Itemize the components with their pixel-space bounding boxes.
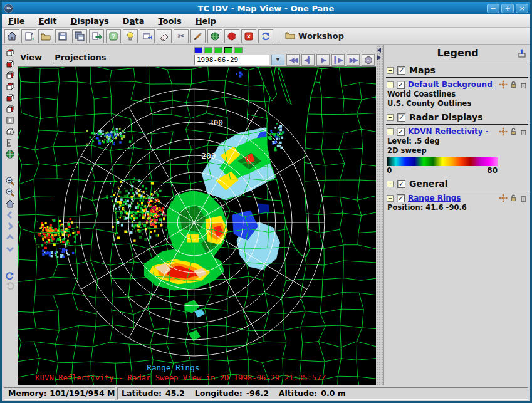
box-outline-button[interactable] [4,115,15,125]
menu-help[interactable]: Help [196,16,216,26]
menu-tools[interactable]: Tools [158,16,181,26]
workshop-favorites[interactable]: Workshop [285,30,344,42]
save-button[interactable] [55,29,70,43]
collapse-toggle[interactable] [387,128,394,135]
map-menu-view[interactable]: View [20,53,42,62]
play-button[interactable]: ▶ [316,54,330,66]
time-step-1[interactable] [204,47,212,53]
cube-bottom-button[interactable] [4,59,15,68]
reflectivity-colorbar[interactable] [387,157,498,166]
animation-properties-button[interactable]: • [362,54,375,66]
pan-down-button[interactable] [4,244,15,253]
cube-front-button[interactable] [4,93,15,102]
collapse-toggle[interactable] [387,67,394,74]
latitude-label: Latitude: [122,388,162,399]
visibility-checkbox[interactable] [397,113,405,122]
trash-icon[interactable] [519,194,528,202]
menu-data[interactable]: Data [123,16,145,26]
rotate-cube-button[interactable] [4,127,15,136]
menu-displays[interactable]: Displays [71,16,109,26]
legend-title: Legend [399,47,517,59]
display-link[interactable]: Default Background Maps [408,80,496,89]
home-button[interactable] [4,29,19,43]
collapse-toggle[interactable] [387,81,394,88]
time-step-3[interactable] [224,47,232,53]
move-icon[interactable] [499,194,508,202]
time-field[interactable]: 1998-06-29 21:35:57Z [194,55,269,65]
export-button[interactable] [89,29,104,43]
legend-item-default-background-maps: Default Background Maps [386,78,528,90]
window-controls: − + × [487,4,528,13]
cut-button[interactable]: ✂ [174,29,189,43]
pan-right-button[interactable] [4,221,15,231]
maximize-button[interactable]: + [501,4,514,13]
new-display-button[interactable]: ✶ [21,29,36,43]
pan-up-button[interactable] [4,233,15,242]
show-tips-button[interactable] [123,29,138,43]
pan-left-button[interactable] [4,210,15,219]
step-forward-button[interactable]: ▎▶ [331,54,345,66]
vertical-scale-button[interactable] [4,138,15,147]
map-menu-projections[interactable]: Projections [55,53,106,62]
minimize-button[interactable]: − [487,4,499,13]
step-back-button[interactable]: ◀▎ [301,54,315,66]
reset-home-button[interactable] [4,199,15,208]
collapse-toggle[interactable] [387,181,394,187]
visibility-checkbox[interactable] [397,194,405,202]
cube-top-button[interactable] [4,48,15,57]
globe-projection-button[interactable] [4,149,15,159]
visibility-checkbox[interactable] [397,128,405,136]
display-link[interactable]: KDVN Reflectivity - Radar _ [408,127,488,136]
trash-icon[interactable] [519,128,528,136]
time-step-4[interactable] [234,47,243,53]
radar-map: 200300Range RingsKDVN Reflectivity - Rad… [18,67,376,385]
latitude-value: 45.2 [165,388,185,399]
time-step-0[interactable] [194,47,202,53]
map-canvas[interactable]: 200300Range RingsKDVN Reflectivity - Rad… [18,66,376,385]
splitter-collapse-right-icon[interactable] [377,55,381,60]
remove-displays-button[interactable]: × [241,29,256,43]
undo-button[interactable] [4,271,15,280]
collapse-toggle[interactable] [387,195,394,202]
visibility-checkbox[interactable] [397,180,405,188]
menu-edit[interactable]: Edit [39,16,57,26]
unlock-icon[interactable] [509,128,518,136]
lock-icon[interactable] [509,81,518,89]
open-bundle-button[interactable] [38,29,53,43]
time-dropdown-button[interactable]: ▼ [271,55,284,65]
zoom-in-button[interactable]: + [4,176,15,186]
close-button[interactable]: × [516,4,528,13]
next-display-button[interactable] [140,29,155,43]
stop-loads-button[interactable] [224,29,239,43]
move-icon[interactable] [499,80,508,89]
edit-button[interactable] [190,29,206,43]
splitter-collapse-left-icon[interactable] [377,48,381,53]
go-to-end-button[interactable]: ▶▶ [347,54,360,66]
refresh-button[interactable] [258,29,273,43]
unlock-icon[interactable] [509,194,518,202]
display-link[interactable]: Range Rings [408,194,461,202]
redo-button[interactable] [4,282,15,291]
altitude-value: 0.0 m [321,388,346,399]
menu-file[interactable]: File [8,16,25,26]
title-bar[interactable]: IDV TC IDV - Map View - One Pane − + × [2,2,530,14]
cube-right-button[interactable] [4,81,15,91]
go-to-start-button[interactable]: ◀◀ [286,54,300,66]
erase-button[interactable] [157,29,172,43]
panel-splitter[interactable] [376,45,383,385]
zoom-out-button[interactable]: − [4,187,15,197]
item-action-icons [499,194,528,202]
collapse-toggle[interactable] [387,114,394,121]
move-icon[interactable] [499,127,508,136]
save-as-button[interactable] [72,29,87,43]
globe-view-button[interactable] [207,29,222,43]
cube-back-button[interactable] [4,104,15,113]
cube-left-button[interactable] [4,70,15,80]
legend-section-maps: Maps [386,64,528,78]
float-legend-icon[interactable] [517,48,527,58]
visibility-checkbox[interactable] [397,66,405,75]
visibility-checkbox[interactable] [397,81,405,89]
trash-icon[interactable] [519,81,528,89]
dashboard-button[interactable]: ? [106,29,121,43]
time-step-2[interactable] [214,47,222,53]
